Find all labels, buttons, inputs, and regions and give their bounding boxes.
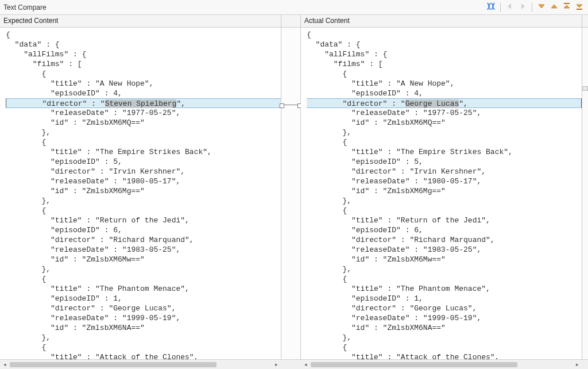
code-line: "director" : "George Lucas", — [307, 98, 582, 108]
code-line: "director" : "Richard Marquand", — [307, 235, 582, 245]
diff-token: Steven Spielberg — [105, 99, 177, 108]
sync-scroll-icon[interactable] — [486, 1, 496, 13]
code-line: }, — [6, 333, 281, 343]
code-line: "data" : { — [6, 40, 281, 49]
code-line: "title" : "The Empire Strikes Back", — [6, 147, 281, 157]
code-line: "episodeID" : 1, — [307, 294, 582, 303]
code-line: { — [307, 137, 582, 147]
code-line: "allFilms" : { — [307, 49, 582, 59]
code-line: "director" : "George Lucas", — [307, 303, 582, 313]
left-hscroll[interactable]: ◂ ▸ — [0, 360, 281, 369]
code-line: "allFilms" : { — [6, 49, 281, 59]
code-line: "director" : "Irvin Kershner", — [307, 167, 582, 176]
code-line: { — [307, 274, 582, 284]
code-line: }, — [6, 196, 281, 206]
code-line: { — [6, 206, 281, 216]
code-line: "title" : "The Empire Strikes Back", — [307, 147, 582, 157]
code-line: "releaseDate" : "1999-05-19", — [307, 313, 582, 323]
code-line: "director" : "Irvin Kershner", — [6, 167, 281, 176]
code-line: "releaseDate" : "1999-05-19", — [6, 313, 281, 323]
overview-diff-mark[interactable] — [582, 86, 588, 91]
hscroll-gap — [281, 360, 301, 369]
header-scroll-gap — [582, 15, 588, 27]
right-pane-header: Actual Content — [301, 15, 582, 27]
code-line: "title" : "A New Hope", — [307, 79, 582, 89]
code-line: "releaseDate" : "1977-05-25", — [6, 108, 281, 118]
prev-diff-icon[interactable] — [549, 1, 559, 13]
pane-headers: Expected Content Actual Content — [0, 15, 588, 28]
left-pane[interactable]: { "data" : { "allFilms" : { "films" : [ … — [0, 28, 281, 359]
code-line: { — [307, 69, 582, 79]
toolbar — [486, 1, 585, 13]
code-line: "director" : "Richard Marquand", — [6, 235, 281, 245]
code-line: { — [307, 206, 582, 216]
code-line: }, — [307, 264, 582, 274]
last-diff-icon[interactable] — [574, 1, 585, 13]
code-line: }, — [6, 128, 281, 137]
svg-rect-0 — [564, 3, 570, 4]
code-line: "title" : "Attack of the Clones", — [6, 352, 281, 359]
header-gap — [281, 15, 301, 27]
code-line: "id" : "ZmlsbXM6Mw==" — [6, 255, 281, 264]
code-line: "id" : "ZmlsbXM6Mg==" — [6, 186, 281, 196]
diff-token: George Lucas — [405, 99, 459, 108]
code-line: { — [6, 137, 281, 147]
code-line: "data" : { — [307, 40, 582, 49]
left-pane-header: Expected Content — [0, 15, 281, 27]
code-line: "episodeID" : 4, — [307, 89, 582, 98]
diff-gutter[interactable] — [281, 28, 301, 359]
code-line: "id" : "ZmlsbXM6MQ==" — [6, 118, 281, 128]
code-line: "films" : [ — [6, 59, 281, 69]
code-line: { — [6, 274, 281, 284]
horizontal-scrollbars: ◂ ▸ ◂ ▸ — [0, 359, 588, 369]
code-line: "episodeID" : 6, — [307, 225, 582, 235]
code-line: "releaseDate" : "1983-05-25", — [307, 245, 582, 255]
first-diff-icon[interactable] — [562, 1, 572, 13]
copy-right-icon[interactable] — [517, 1, 528, 13]
copy-left-icon[interactable] — [505, 1, 515, 13]
code-line: { — [6, 69, 281, 79]
code-line: "title" : "The Phantom Menace", — [6, 284, 281, 294]
code-line: }, — [307, 196, 582, 206]
scroll-right-arrow-icon[interactable]: ▸ — [572, 360, 582, 370]
scroll-left-arrow-icon[interactable]: ◂ — [301, 360, 311, 370]
code-line: { — [307, 343, 582, 352]
scroll-right-arrow-icon[interactable]: ▸ — [272, 360, 281, 370]
scroll-left-arrow-icon[interactable]: ◂ — [0, 360, 10, 370]
window-title: Text Compare — [3, 3, 486, 11]
code-line: "title" : "Return of the Jedi", — [6, 216, 281, 225]
code-line: "releaseDate" : "1983-05-25", — [6, 245, 281, 255]
code-line: "episodeID" : 6, — [6, 225, 281, 235]
code-line: "episodeID" : 5, — [307, 157, 582, 167]
code-line: "releaseDate" : "1980-05-17", — [6, 176, 281, 186]
code-line: }, — [307, 333, 582, 343]
scroll-thumb[interactable] — [311, 362, 517, 367]
right-hscroll[interactable]: ◂ ▸ — [301, 360, 582, 369]
code-line: "releaseDate" : "1980-05-17", — [307, 176, 582, 186]
code-line: "director" : "George Lucas", — [6, 303, 281, 313]
next-diff-icon[interactable] — [536, 1, 547, 13]
code-line: "id" : "ZmlsbXM6MQ==" — [307, 118, 582, 128]
titlebar: Text Compare — [0, 0, 588, 15]
code-line: "films" : [ — [307, 59, 582, 69]
code-line: "id" : "ZmlsbXM6Mw==" — [307, 255, 582, 264]
scroll-thumb[interactable] — [10, 362, 216, 367]
toolbar-separator — [532, 3, 532, 12]
svg-rect-1 — [577, 9, 582, 10]
toolbar-separator — [500, 3, 501, 12]
code-line: "episodeID" : 4, — [6, 89, 281, 98]
code-line: { — [307, 30, 582, 40]
diff-panes: { "data" : { "allFilms" : { "films" : [ … — [0, 28, 588, 359]
diff-connector — [281, 105, 300, 105]
code-line: { — [6, 343, 281, 352]
code-line: "id" : "ZmlsbXM6Mg==" — [307, 186, 582, 196]
code-line: }, — [6, 264, 281, 274]
overview-ruler[interactable] — [582, 28, 588, 359]
code-line: "episodeID" : 1, — [6, 294, 281, 303]
code-line: }, — [307, 128, 582, 137]
code-line: "title" : "The Phantom Menace", — [307, 284, 582, 294]
code-line: "director" : "Steven Spielberg", — [6, 98, 281, 108]
code-line: "title" : "Attack of the Clones", — [307, 352, 582, 359]
right-pane[interactable]: { "data" : { "allFilms" : { "films" : [ … — [301, 28, 582, 359]
code-line: "title" : "A New Hope", — [6, 79, 281, 89]
